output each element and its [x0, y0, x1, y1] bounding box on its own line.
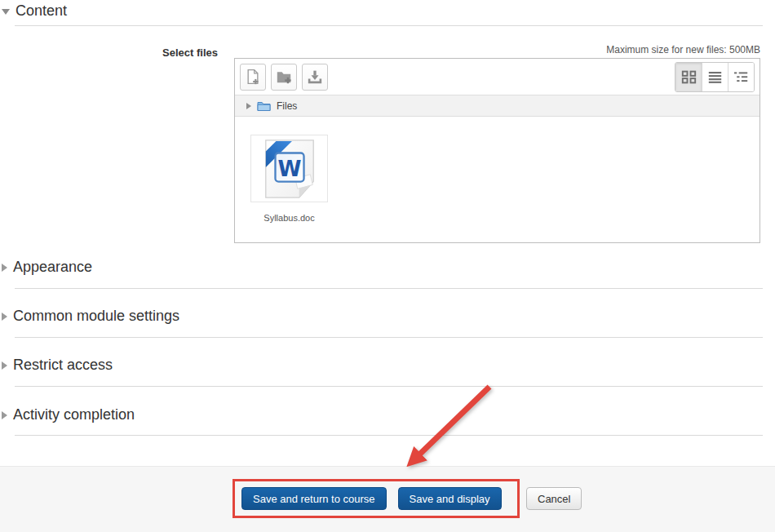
max-size-note: Maximum size for new files: 500MB: [606, 44, 760, 55]
download-button[interactable]: [302, 64, 328, 91]
icons-view-button[interactable]: [675, 63, 702, 91]
section-divider: [15, 337, 763, 338]
folder-tree-row[interactable]: Files: [235, 95, 760, 117]
folder-icon: [257, 100, 271, 111]
save-and-display-button[interactable]: Save and display: [398, 487, 502, 510]
section-title: Restrict access: [13, 357, 113, 374]
create-folder-button[interactable]: [271, 64, 297, 91]
folder-tree-label: Files: [277, 100, 297, 112]
file-item-syllabus[interactable]: W Syllabus.doc: [250, 135, 328, 223]
icons-view-icon: [681, 70, 697, 84]
collapse-indicator-icon: [2, 9, 10, 15]
select-files-label: Select files: [0, 47, 218, 59]
activity-settings-form: Content Select files Maximum size for ne…: [0, 0, 775, 532]
cancel-button[interactable]: Cancel: [526, 487, 582, 510]
section-title: Content: [16, 2, 67, 20]
section-divider: [15, 288, 763, 289]
list-view-button[interactable]: [702, 63, 728, 91]
section-title: Common module settings: [13, 308, 179, 325]
tree-view-button[interactable]: [728, 63, 754, 91]
file-manager: Files: [234, 58, 760, 243]
add-file-icon: [245, 69, 261, 85]
tree-view-icon: [733, 70, 749, 84]
view-mode-switcher: [675, 62, 755, 92]
section-divider: [15, 386, 763, 387]
create-folder-icon: [276, 69, 292, 84]
file-thumbnail: W: [250, 135, 328, 202]
section-header-content[interactable]: Content: [2, 2, 67, 20]
form-action-bar: Save and return to course Save and displ…: [0, 466, 775, 532]
section-title: Activity completion: [13, 406, 135, 423]
file-name-label: Syllabus.doc: [250, 213, 328, 223]
annotation-arrow-icon: [390, 379, 504, 475]
section-title: Appearance: [13, 259, 92, 276]
save-and-return-button[interactable]: Save and return to course: [241, 487, 387, 510]
expand-indicator-icon: [2, 361, 7, 370]
expand-indicator-icon: [2, 313, 7, 321]
add-file-button[interactable]: [240, 64, 266, 91]
section-header-restrict-access[interactable]: Restrict access: [2, 357, 113, 374]
section-divider: [15, 25, 763, 26]
download-icon: [307, 69, 323, 84]
expand-arrow-icon: [246, 103, 251, 109]
section-header-activity-completion[interactable]: Activity completion: [2, 406, 135, 423]
word-document-icon: W: [263, 139, 317, 199]
section-header-common-module-settings[interactable]: Common module settings: [2, 308, 179, 325]
svg-text:W: W: [277, 156, 301, 180]
file-list-area: W Syllabus.doc: [235, 117, 760, 242]
expand-indicator-icon: [2, 411, 7, 419]
file-manager-toolbar: [235, 59, 760, 95]
file-toolbar-buttons: [240, 64, 328, 91]
list-view-icon: [707, 70, 723, 84]
expand-indicator-icon: [2, 264, 7, 272]
annotation-highlight-box: Save and return to course Save and displ…: [232, 479, 520, 518]
section-header-appearance[interactable]: Appearance: [2, 259, 92, 276]
section-divider: [15, 435, 763, 436]
